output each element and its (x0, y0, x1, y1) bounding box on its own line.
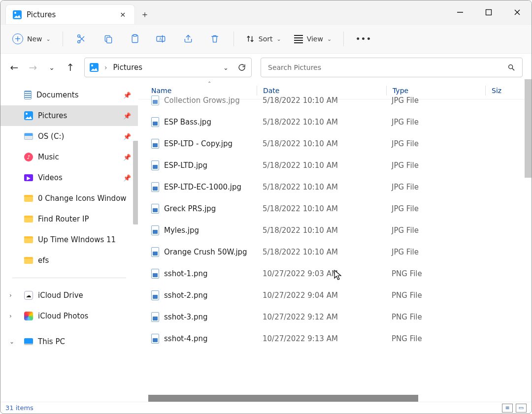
file-date: 5/18/2022 10:10 AM (257, 248, 386, 256)
file-icon (151, 96, 159, 105)
svg-point-4 (77, 40, 80, 43)
pin-icon[interactable]: 📌 (123, 112, 131, 120)
sidebar-item[interactable]: ♪Music📌 (0, 147, 138, 167)
recent-locations-button[interactable]: ⌄ (47, 64, 57, 71)
breadcrumb[interactable]: Pictures (113, 63, 142, 72)
vertical-scrollbar[interactable] (525, 60, 532, 394)
sidebar-item[interactable]: Pictures📌 (0, 105, 138, 126)
horizontal-scrollbar[interactable] (138, 395, 532, 402)
view-button[interactable]: View ⌄ (289, 30, 336, 48)
pc-icon (24, 338, 33, 345)
svg-rect-1 (486, 10, 492, 15)
item-count: 31 items (5, 404, 33, 412)
sort-indicator-icon: ⌃ (207, 81, 211, 86)
breadcrumb-separator: › (104, 64, 107, 71)
refresh-icon[interactable] (237, 63, 246, 72)
more-button[interactable]: ••• (351, 30, 377, 48)
sidebar-item[interactable]: ›iCloud Photos (0, 306, 138, 326)
file-row[interactable]: Myles.jpg5/18/2022 10:10 AMJPG File (138, 220, 532, 241)
file-type: PNG File (386, 313, 484, 321)
sidebar-item-label: Find Router IP (38, 215, 89, 223)
paste-button[interactable] (123, 30, 147, 48)
pin-icon[interactable]: 📌 (123, 154, 131, 161)
sidebar-item[interactable]: Up Time WIndows 11 (0, 229, 138, 250)
video-icon: ▶ (24, 174, 33, 181)
sidebar-scrollbar[interactable] (133, 141, 138, 288)
file-row[interactable]: ESP-LTD - Copy.jpg5/18/2022 10:10 AMJPG … (138, 133, 532, 155)
file-date: 5/18/2022 10:10 AM (257, 96, 386, 105)
sort-icon (246, 34, 255, 43)
sidebar-item[interactable]: ›☁iCloud Drive (0, 285, 138, 306)
file-icon (151, 334, 159, 344)
new-tab-button[interactable]: ＋ (135, 4, 155, 24)
pin-icon[interactable]: 📌 (123, 92, 131, 99)
file-name: sshot-1.png (164, 269, 207, 278)
tab-pictures[interactable]: Pictures ✕ (5, 4, 135, 24)
sidebar-item-label: iCloud Photos (38, 312, 88, 320)
delete-button[interactable] (203, 30, 227, 48)
file-icon (151, 269, 159, 279)
file-icon (151, 204, 159, 214)
file-row[interactable]: sshot-3.png10/27/2022 9:12 AMPNG File (138, 306, 532, 328)
file-list[interactable]: Collection Grows.jpg5/18/2022 10:10 AMJP… (138, 90, 532, 395)
file-date: 5/18/2022 10:10 AM (257, 183, 386, 191)
address-bar[interactable]: › Pictures ⌄ (84, 58, 252, 77)
sort-button[interactable]: Sort ⌄ (241, 30, 286, 48)
file-row[interactable]: ESP-LTD.jpg5/18/2022 10:10 AMJPG File (138, 155, 532, 176)
drive-icon (24, 133, 33, 140)
rename-icon: A (156, 34, 167, 44)
sidebar-item-this-pc[interactable]: ⌄ This PC (0, 331, 138, 352)
maximize-button[interactable] (474, 0, 503, 24)
share-button[interactable] (176, 30, 200, 48)
details-view-button[interactable]: ≡ (502, 404, 513, 413)
new-button[interactable]: + New ⌄ (7, 30, 56, 48)
svg-text:A: A (159, 36, 162, 41)
tab-close-icon[interactable]: ✕ (120, 11, 126, 19)
file-row[interactable]: sshot-2.png10/27/2022 9:04 AMPNG File (138, 285, 532, 306)
svg-line-14 (512, 68, 514, 70)
copy-button[interactable] (97, 30, 120, 48)
close-button[interactable] (503, 0, 532, 24)
chevron-down-icon[interactable]: ⌄ (9, 338, 14, 345)
file-row[interactable]: Greck PRS.jpg5/18/2022 10:10 AMJPG File (138, 198, 532, 220)
forward-button[interactable]: → (28, 62, 38, 73)
sidebar-item[interactable]: Documents📌 (0, 85, 138, 105)
up-button[interactable]: ↑ (66, 62, 75, 73)
svg-rect-7 (106, 37, 111, 43)
file-type: PNG File (386, 291, 484, 300)
chevron-right-icon[interactable]: › (9, 292, 12, 299)
file-name: Myles.jpg (164, 226, 199, 235)
cut-button[interactable] (70, 30, 94, 48)
rename-button[interactable]: A (150, 30, 173, 48)
file-name: Greck PRS.jpg (164, 204, 216, 213)
back-button[interactable]: ← (9, 62, 19, 73)
pin-icon[interactable]: 📌 (123, 133, 131, 140)
sidebar-item[interactable]: Find Router IP (0, 209, 138, 229)
sidebar-item[interactable]: OS (C:)📌 (0, 126, 138, 147)
file-type: JPG File (386, 204, 484, 213)
chevron-down-icon[interactable]: ⌄ (223, 64, 229, 71)
folder-icon (24, 236, 33, 243)
sidebar-item-label: 0 Change Icons Window (38, 194, 127, 203)
file-name: ESP-LTD - Copy.jpg (164, 139, 233, 148)
file-row[interactable]: ESP-LTD-EC-1000.jpg5/18/2022 10:10 AMJPG… (138, 176, 532, 198)
sidebar-item[interactable]: efs (0, 250, 138, 271)
search-box[interactable]: Search Pictures (261, 58, 523, 77)
pin-icon[interactable]: 📌 (123, 174, 131, 182)
file-row[interactable]: Orange Crush 50W.jpg5/18/2022 10:10 AMJP… (138, 241, 532, 263)
file-row[interactable]: ESP Bass.jpg5/18/2022 10:10 AMJPG File (138, 111, 532, 133)
file-row[interactable]: sshot-4.png10/27/2022 9:13 AMPNG File (138, 328, 532, 350)
sidebar-item-label: efs (38, 256, 49, 265)
minimize-button[interactable] (446, 0, 474, 24)
sidebar-item-label: Up Time WIndows 11 (38, 235, 116, 244)
ellipsis-icon: ••• (356, 35, 372, 43)
file-row[interactable]: sshot-1.png10/27/2022 9:03 AMPNG File (138, 263, 532, 285)
chevron-right-icon[interactable]: › (9, 313, 12, 319)
sidebar-item[interactable]: 0 Change Icons Window (0, 188, 138, 209)
file-row[interactable]: Collection Grows.jpg5/18/2022 10:10 AMJP… (138, 90, 532, 111)
thumbnails-view-button[interactable]: ▭ (516, 404, 527, 413)
separator (63, 32, 63, 46)
view-label: View (307, 35, 323, 43)
file-date: 5/18/2022 10:10 AM (257, 139, 386, 148)
sidebar-item[interactable]: ▶Videos📌 (0, 167, 138, 188)
